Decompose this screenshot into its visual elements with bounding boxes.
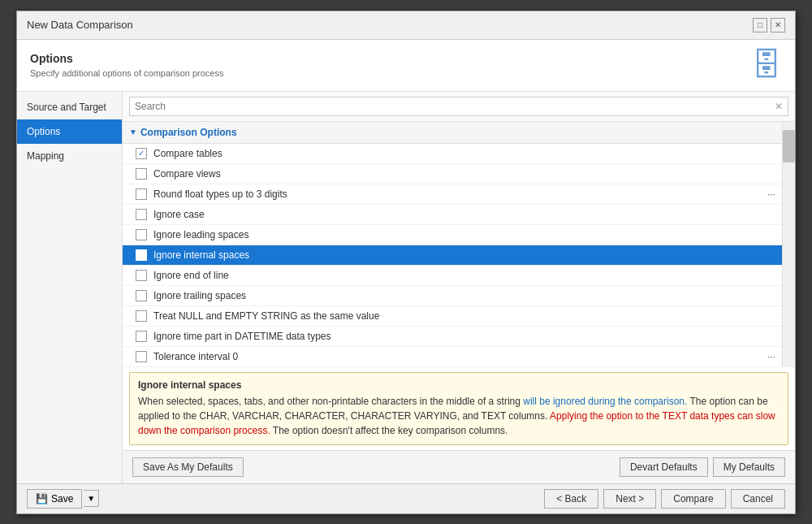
checkbox-ignore-end-of-line[interactable] xyxy=(136,270,147,281)
option-treat-null[interactable]: Treat NULL and EMPTY STRING as the same … xyxy=(123,306,782,327)
main-window: New Data Comparison □ ✕ Options Specify … xyxy=(16,11,796,514)
chevron-down-icon: ▼ xyxy=(129,128,137,136)
checkbox-treat-null[interactable] xyxy=(136,310,147,322)
label-compare-tables: Compare tables xyxy=(153,148,775,159)
cancel-button[interactable]: Cancel xyxy=(731,489,785,509)
header-icon-area: 🗄 xyxy=(751,48,782,83)
devart-defaults-button[interactable]: Devart Defaults xyxy=(620,457,708,477)
checkbox-tolerance[interactable] xyxy=(136,351,147,362)
label-ignore-trailing: Ignore trailing spaces xyxy=(153,290,775,301)
label-ignore-leading: Ignore leading spaces xyxy=(153,229,775,240)
save-icon: 💾 xyxy=(36,493,48,505)
sidebar-item-source-target[interactable]: Source and Target xyxy=(17,95,122,119)
database-icon: 🗄 xyxy=(751,48,782,83)
page-subtitle: Specify additional options of comparison… xyxy=(30,68,223,78)
sidebar-item-options[interactable]: Options xyxy=(17,119,122,144)
label-compare-views: Compare views xyxy=(153,168,775,180)
minimize-button[interactable]: □ xyxy=(753,18,767,32)
footer: 💾 Save ▼ < Back Next > Compare Cancel xyxy=(17,483,795,513)
option-ignore-end-of-line[interactable]: Ignore end of line xyxy=(123,266,782,286)
option-ignore-trailing[interactable]: Ignore trailing spaces xyxy=(123,286,782,306)
search-bar: ✕ xyxy=(123,92,795,122)
checkbox-compare-tables[interactable] xyxy=(136,148,147,159)
label-ignore-end-of-line: Ignore end of line xyxy=(153,270,775,281)
options-list: ▼ Comparison Options Compare tables Comp… xyxy=(123,122,782,367)
back-button[interactable]: < Back xyxy=(544,489,598,509)
label-treat-null: Treat NULL and EMPTY STRING as the same … xyxy=(153,310,775,322)
label-tolerance: Tolerance interval 0 xyxy=(153,351,767,362)
option-compare-views[interactable]: Compare views xyxy=(123,164,782,184)
info-panel: Ignore internal spaces When selected, sp… xyxy=(129,372,788,445)
info-text-2: will be ignored during the comparison. xyxy=(523,396,687,407)
title-bar-controls: □ ✕ xyxy=(753,18,785,32)
header: Options Specify additional options of co… xyxy=(17,40,795,92)
scrollbar[interactable] xyxy=(782,122,795,367)
search-input[interactable] xyxy=(130,97,770,115)
checkbox-ignore-time[interactable] xyxy=(136,331,147,342)
scroll-thumb[interactable] xyxy=(783,130,795,162)
main-content: Source and Target Options Mapping ✕ xyxy=(17,92,795,483)
window-title: New Data Comparison xyxy=(27,19,133,31)
info-panel-text: When selected, spaces, tabs, and other n… xyxy=(138,394,780,438)
option-compare-tables[interactable]: Compare tables xyxy=(123,144,782,164)
search-input-wrap: ✕ xyxy=(129,97,788,116)
content-area: ✕ ▼ Comparison Options Compare tables xyxy=(123,92,795,483)
section-comparison-options[interactable]: ▼ Comparison Options xyxy=(123,122,782,144)
footer-left: 💾 Save ▼ xyxy=(27,489,99,509)
info-text-1: When selected, spaces, tabs, and other n… xyxy=(138,396,523,407)
save-dropdown-button[interactable]: ▼ xyxy=(84,490,99,507)
label-round-float: Round float types up to 3 digits xyxy=(153,188,767,200)
search-clear-button[interactable]: ✕ xyxy=(770,99,788,114)
save-as-defaults-button[interactable]: Save As My Defaults xyxy=(132,457,244,477)
sidebar: Source and Target Options Mapping xyxy=(17,92,123,483)
title-bar: New Data Comparison □ ✕ xyxy=(17,11,795,40)
label-ignore-time: Ignore time part in DATETIME data types xyxy=(153,331,775,342)
close-button[interactable]: ✕ xyxy=(771,18,785,32)
next-button[interactable]: Next > xyxy=(603,489,656,509)
checkbox-ignore-case[interactable] xyxy=(136,209,147,220)
info-text-5: The option doesn't affect the key compar… xyxy=(270,425,508,436)
info-panel-title: Ignore internal spaces xyxy=(138,379,780,391)
footer-right: < Back Next > Compare Cancel xyxy=(544,489,785,509)
option-ignore-internal[interactable]: Ignore internal spaces xyxy=(123,245,782,266)
section-comparison-label: Comparison Options xyxy=(140,127,237,138)
compare-button[interactable]: Compare xyxy=(661,489,725,509)
checkbox-ignore-internal[interactable] xyxy=(136,249,147,261)
checkbox-round-float[interactable] xyxy=(136,188,147,200)
label-ignore-case: Ignore case xyxy=(153,209,775,220)
page-title: Options xyxy=(30,52,223,65)
sidebar-item-mapping[interactable]: Mapping xyxy=(17,144,122,168)
dots-tolerance: ··· xyxy=(767,351,775,362)
option-ignore-case[interactable]: Ignore case xyxy=(123,205,782,225)
option-ignore-leading[interactable]: Ignore leading spaces xyxy=(123,225,782,245)
option-ignore-time[interactable]: Ignore time part in DATETIME data types xyxy=(123,327,782,347)
option-round-float[interactable]: Round float types up to 3 digits ··· xyxy=(123,184,782,205)
save-button[interactable]: 💾 Save xyxy=(27,489,82,509)
checkbox-ignore-trailing[interactable] xyxy=(136,290,147,301)
checkbox-ignore-leading[interactable] xyxy=(136,229,147,240)
bottom-actions: Save As My Defaults Devart Defaults My D… xyxy=(123,450,795,483)
checkbox-compare-views[interactable] xyxy=(136,168,147,180)
dots-round-float: ··· xyxy=(767,188,775,200)
my-defaults-button[interactable]: My Defaults xyxy=(713,457,785,477)
save-label: Save xyxy=(51,493,73,505)
options-scroll-wrap: ▼ Comparison Options Compare tables Comp… xyxy=(123,122,795,367)
option-tolerance[interactable]: Tolerance interval 0 ··· xyxy=(123,347,782,367)
label-ignore-internal: Ignore internal spaces xyxy=(153,249,775,261)
header-left: Options Specify additional options of co… xyxy=(30,52,223,78)
